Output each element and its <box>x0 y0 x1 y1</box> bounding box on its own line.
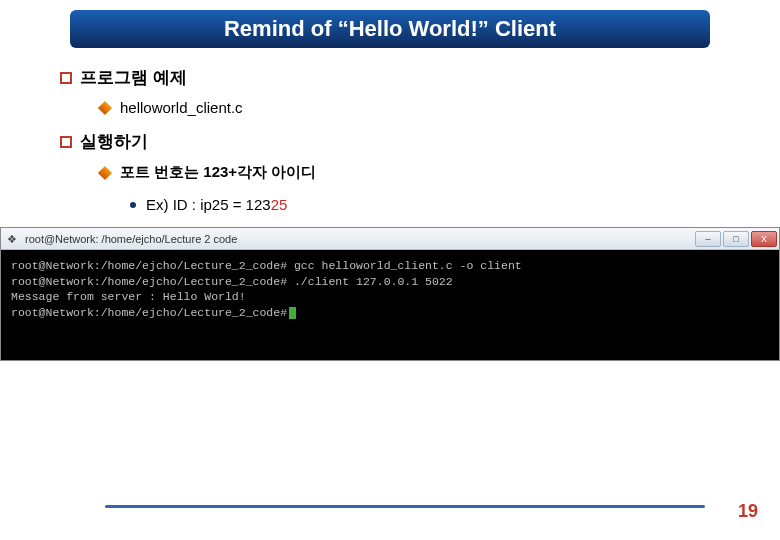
close-button[interactable]: X <box>751 231 777 247</box>
section-2-item: 포트 번호는 123+각자 아이디 <box>120 163 316 182</box>
diamond-bullet-icon <box>98 100 112 114</box>
terminal-line: Message from server : Hello World! <box>11 289 769 305</box>
window-titlebar: ❖ root@Network: /home/ejcho/Lecture 2 co… <box>1 228 779 250</box>
cursor-icon <box>289 307 296 319</box>
subitem-prefix: Ex) ID : ip25 = 123 <box>146 196 271 213</box>
terminal-line: root@Network:/home/ejcho/Lecture_2_code#… <box>11 258 769 274</box>
section-2-subitem: Ex) ID : ip25 = 12325 <box>146 196 287 213</box>
section-1-item: helloworld_client.c <box>120 99 243 116</box>
window-buttons: – □ X <box>695 231 777 247</box>
square-bullet-icon <box>60 72 72 84</box>
section-2-subitem-row: Ex) ID : ip25 = 12325 <box>130 196 720 213</box>
terminal-prompt: root@Network:/home/ejcho/Lecture_2_code# <box>11 306 287 319</box>
section-2-heading-row: 실행하기 <box>60 130 720 153</box>
subitem-red: 25 <box>271 196 288 213</box>
section-1-item-row: helloworld_client.c <box>100 99 720 116</box>
terminal-line: root@Network:/home/ejcho/Lecture_2_code# <box>11 305 769 321</box>
terminal-window: ❖ root@Network: /home/ejcho/Lecture 2 co… <box>0 227 780 361</box>
terminal-body: root@Network:/home/ejcho/Lecture_2_code#… <box>1 250 779 360</box>
maximize-button[interactable]: □ <box>723 231 749 247</box>
terminal-line: root@Network:/home/ejcho/Lecture_2_code#… <box>11 274 769 290</box>
minimize-button[interactable]: – <box>695 231 721 247</box>
terminal-app-icon: ❖ <box>7 233 19 245</box>
dot-bullet-icon <box>130 202 136 208</box>
section-2-item-row: 포트 번호는 123+각자 아이디 <box>100 163 720 182</box>
square-bullet-icon <box>60 136 72 148</box>
section-1-heading-row: 프로그램 예제 <box>60 66 720 89</box>
section-2-heading: 실행하기 <box>80 130 148 153</box>
window-title: root@Network: /home/ejcho/Lecture 2 code <box>25 233 695 245</box>
footer-divider <box>105 505 705 508</box>
slide-content: 프로그램 예제 helloworld_client.c 실행하기 포트 번호는 … <box>60 66 720 213</box>
terminal-screenshot: ❖ root@Network: /home/ejcho/Lecture 2 co… <box>0 227 780 361</box>
diamond-bullet-icon <box>98 165 112 179</box>
section-1-heading: 프로그램 예제 <box>80 66 187 89</box>
page-number: 19 <box>738 501 758 522</box>
slide-title: Remind of “Hello World!” Client <box>224 16 556 41</box>
slide-title-bar: Remind of “Hello World!” Client <box>70 10 710 48</box>
